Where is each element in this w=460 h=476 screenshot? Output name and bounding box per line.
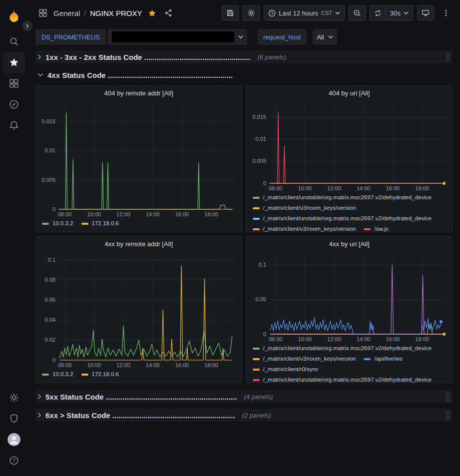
search-icon[interactable] — [3, 31, 25, 52]
row-1xx-3xx-2xx[interactable]: 1xx - 3xx - 2xx Status Code ............… — [35, 50, 453, 63]
refresh-icon — [374, 9, 382, 17]
more-options-button[interactable] — [438, 5, 454, 20]
panel-title[interactable]: 4xx by remote addr [All] — [36, 237, 242, 251]
tv-mode-button[interactable] — [417, 5, 434, 20]
chevron-right-icon — [37, 54, 41, 60]
svg-text:16:00: 16:00 — [386, 336, 400, 342]
chevron-right-icon — [37, 412, 41, 418]
breadcrumb-section[interactable]: General — [53, 9, 80, 17]
panel-legend: /_matrix/client/unstable/org.matrix.msc2… — [247, 192, 453, 232]
svg-text:18:00: 18:00 — [415, 336, 429, 342]
panel-legend: 10.0.3.2172.18.0.6 — [36, 369, 242, 383]
svg-text:18:00: 18:00 — [204, 211, 218, 217]
legend-swatch — [253, 379, 260, 381]
row-6xx[interactable]: 6xx > Status Code ......................… — [35, 409, 453, 422]
share-button[interactable] — [162, 7, 174, 19]
panel-title[interactable]: 4xx by uri [All] — [247, 237, 453, 251]
panel-chart[interactable]: 00.020.040.060.080.108:0010:0012:0014:00… — [36, 251, 242, 369]
star-icon — [9, 57, 19, 67]
legend-item[interactable]: /_matrix/client/unstable/org.matrix.msc2… — [253, 193, 432, 202]
svg-text:12:00: 12:00 — [327, 336, 341, 342]
legend-item[interactable]: /_matrix/client/unstable/org.matrix.msc2… — [253, 214, 432, 223]
sidebar-item-help[interactable]: ? — [3, 450, 25, 471]
svg-text:10:00: 10:00 — [298, 185, 312, 191]
svg-text:14:00: 14:00 — [146, 362, 160, 368]
legend-item[interactable]: /_matrix/client/v3/room_keys/version — [253, 355, 356, 363]
breadcrumb-separator: / — [84, 9, 86, 17]
legend-item[interactable]: /_matrix/client/v3/room_keys/version — [253, 204, 356, 212]
sidebar-expand-button[interactable] — [22, 21, 32, 31]
panel-chart[interactable]: 00.050.108:0010:0012:0014:0016:0018:00 — [247, 251, 453, 343]
legend-item[interactable]: 10.0.3.2 — [42, 370, 73, 379]
sidebar-item-alerting[interactable] — [3, 115, 25, 136]
zoom-out-button[interactable] — [349, 5, 366, 20]
legend-item[interactable]: /_matrix/client/v3/room_keys/version — [253, 225, 356, 232]
svg-text:10:00: 10:00 — [87, 211, 101, 217]
svg-text:16:00: 16:00 — [386, 185, 400, 191]
time-range-picker[interactable]: Last 12 hours CST — [264, 5, 345, 20]
row-drag-handle[interactable] — [446, 52, 451, 61]
dashboard-settings-button[interactable] — [243, 5, 260, 20]
svg-text:0: 0 — [52, 357, 55, 363]
chevron-right-icon — [37, 394, 41, 400]
share-icon — [164, 9, 172, 17]
variable-label-request-host[interactable]: request_host — [257, 29, 307, 45]
variable-request-host-dropdown[interactable]: All — [313, 29, 337, 45]
variable-ds-value-dropdown[interactable] — [108, 29, 247, 45]
favorite-star-button[interactable] — [146, 7, 158, 19]
grafana-app: ? General / NGINX PROXY — [0, 0, 460, 476]
refresh-interval-select[interactable]: 30s — [386, 5, 413, 20]
clock-icon — [268, 9, 276, 17]
row-title: 6xx > Status Code ......................… — [45, 411, 235, 420]
panel-title[interactable]: 404 by uri [All] — [247, 86, 453, 100]
legend-item[interactable]: /sw.js — [364, 225, 388, 232]
svg-text:0.005: 0.005 — [41, 177, 55, 183]
refresh-button[interactable] — [370, 5, 386, 20]
svg-text:0.005: 0.005 — [252, 158, 266, 164]
row-drag-handle[interactable] — [446, 392, 451, 401]
legend-item[interactable]: /_matrix/client/r0/sync — [253, 365, 319, 374]
svg-text:0: 0 — [52, 206, 55, 212]
sidebar-item-server-admin[interactable] — [3, 408, 25, 429]
panel-chart[interactable]: 00.0050.010.01508:0010:0012:0014:0016:00… — [247, 100, 453, 192]
grafana-logo[interactable] — [3, 4, 25, 28]
row-drag-handle[interactable] — [446, 411, 451, 420]
sidebar-item-profile[interactable] — [3, 429, 25, 450]
chevron-down-icon — [238, 35, 243, 38]
panel-title[interactable]: 404 by remote addr [All] — [36, 86, 242, 100]
save-dashboard-button[interactable] — [222, 5, 239, 20]
legend-item[interactable]: 172.18.0.6 — [81, 370, 119, 379]
legend-item[interactable]: /api/live/ws — [364, 355, 402, 363]
variable-label-ds-prometheus[interactable]: DS_PROMETHEUS — [35, 29, 106, 45]
sidebar-item-configuration[interactable] — [3, 387, 25, 408]
panel-legend: /_matrix/client/unstable/org.matrix.msc2… — [247, 343, 453, 383]
svg-text:08:00: 08:00 — [268, 185, 282, 191]
dashboards-grid-icon — [9, 78, 19, 88]
legend-swatch — [253, 369, 260, 371]
legend-item[interactable]: /_matrix/client/unstable/org.matrix.msc2… — [253, 344, 432, 353]
bell-icon — [9, 120, 19, 130]
row-5xx[interactable]: 5xx Status Code ........................… — [35, 390, 453, 403]
row-4xx[interactable]: 4xx Status Code ........................… — [35, 68, 453, 81]
legend-item[interactable]: 172.18.0.6 — [81, 219, 119, 228]
avatar — [7, 433, 20, 446]
svg-text:0.015: 0.015 — [41, 118, 55, 124]
sidebar-item-starred[interactable] — [3, 52, 25, 73]
panel-404-by-remote-addr: 404 by remote addr [All]00.0050.010.0150… — [35, 85, 242, 232]
legend-swatch — [42, 374, 49, 376]
sidebar-item-dashboards[interactable] — [3, 73, 25, 94]
legend-item[interactable]: 10.0.3.2 — [42, 219, 73, 228]
legend-swatch — [364, 228, 371, 230]
gear-icon — [9, 393, 19, 403]
panel-chart[interactable]: 00.0050.010.01508:0010:0012:0014:0016:00… — [36, 100, 242, 218]
svg-text:0.01: 0.01 — [255, 136, 266, 142]
page-title[interactable]: NGINX PROXY — [90, 9, 142, 17]
legend-swatch — [253, 218, 260, 220]
legend-swatch — [253, 197, 260, 199]
svg-text:14:00: 14:00 — [146, 211, 160, 217]
legend-item[interactable]: /_matrix/client/unstable/org.matrix.msc2… — [253, 376, 432, 383]
legend-swatch — [253, 207, 260, 209]
timezone-label: CST — [321, 10, 332, 16]
panel-4xx-by-remote-addr: 4xx by remote addr [All]00.020.040.060.0… — [35, 236, 242, 383]
sidebar-item-explore[interactable] — [3, 94, 25, 115]
